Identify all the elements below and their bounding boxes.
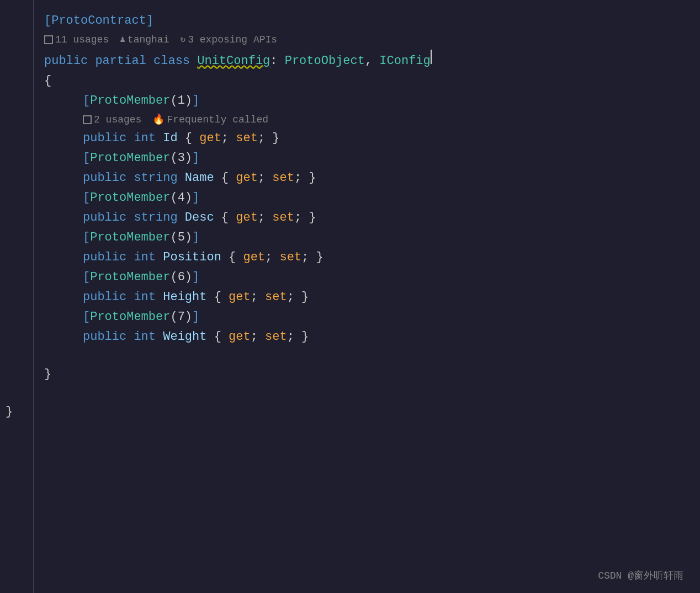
brace-open-1: { <box>185 130 199 147</box>
interface-name: IConfig <box>379 52 430 70</box>
type-string-3: string <box>134 169 184 187</box>
proto-member-6-bracket-close: ] <box>192 269 199 286</box>
prop-name-weight: Weight <box>163 328 214 346</box>
proto-member-5-args: (5) <box>170 229 192 247</box>
class-meta-line: 11 usages ♟ tanghai ↻ 3 exposing APIs <box>0 31 700 49</box>
proto-member-6-args: (6) <box>170 269 192 286</box>
set-kw-1: set <box>236 130 258 147</box>
inner-close-brace: } <box>44 366 51 383</box>
proto-member-1-bracket-close: ] <box>192 92 199 110</box>
fire-icon: 🔥 <box>152 112 165 127</box>
prop-name-desc: Desc <box>185 209 221 227</box>
usages-icon: 11 usages <box>44 32 109 47</box>
brace-open-7: { <box>214 328 229 346</box>
get-kw-4: get <box>236 209 258 227</box>
set-kw-3: set <box>272 169 294 187</box>
type-int-6: int <box>134 289 163 306</box>
parent-class: ProtoObject <box>285 52 365 70</box>
member-1-property: public int Id { get ; set ; } <box>0 129 700 148</box>
type-int-1: int <box>134 130 163 147</box>
proto-member-6-name: ProtoMember <box>90 269 170 286</box>
empty-line <box>0 347 700 365</box>
public-kw-7: public <box>83 328 134 346</box>
text-cursor <box>431 50 432 64</box>
proto-member-4-name: ProtoMember <box>90 189 170 207</box>
partial-keyword: partial <box>95 52 153 70</box>
proto-member-7-args: (7) <box>170 308 192 326</box>
member-3-property: public string Name { get ; set ; } <box>0 168 700 188</box>
proto-member-3-attr: [ ProtoMember (3) ] <box>0 148 700 168</box>
public-keyword: public <box>44 52 95 70</box>
member-5-property: public int Position { get ; set ; } <box>0 248 700 268</box>
outer-close-brace: } <box>6 403 13 421</box>
prop-name-position: Position <box>163 249 229 266</box>
proto-member-1-bracket-open: [ <box>83 92 90 110</box>
brace-open-3: { <box>221 169 236 187</box>
watermark: CSDN @窗外听轩雨 <box>598 569 683 582</box>
left-border <box>33 0 34 593</box>
semicolon-set-7: ; } <box>287 328 309 346</box>
member-6-property: public int Height { get ; set ; } <box>0 287 700 307</box>
proto-member-1-attr: [ ProtoMember (1) ] <box>0 91 700 111</box>
person-name: tanghai <box>128 32 169 47</box>
outer-close-brace-line: } <box>0 402 700 422</box>
prop-name-name: Name <box>185 169 221 187</box>
public-kw-4: public <box>83 209 134 227</box>
proto-member-7-bracket-close: ] <box>192 308 199 326</box>
semicolon-get-7: ; <box>251 328 265 346</box>
member-4-property: public string Desc { get ; set ; } <box>0 208 700 228</box>
proto-member-3-bracket-open: [ <box>83 149 90 167</box>
set-kw-6: set <box>265 289 287 306</box>
proto-member-4-attr: [ ProtoMember (4) ] <box>0 188 700 208</box>
proto-member-4-args: (4) <box>170 189 192 207</box>
person-icon-group: ♟ tanghai <box>120 32 169 47</box>
class-declaration-line: public partial class UnitConfig : ProtoO… <box>0 49 700 71</box>
class-name: UnitConfig <box>197 52 270 70</box>
brace-open-6: { <box>214 289 229 306</box>
usages-square-icon <box>44 35 53 44</box>
exposing-icon-group: ↻ 3 exposing APIs <box>180 32 277 47</box>
proto-member-3-args: (3) <box>170 149 192 167</box>
semicolon-set-1: ; } <box>258 130 280 147</box>
type-int-7: int <box>134 328 163 346</box>
empty-line-2 <box>0 384 700 402</box>
proto-member-5-attr: [ ProtoMember (5) ] <box>0 228 700 248</box>
semicolon-set-4: ; } <box>294 209 316 227</box>
semicolon-get-5: ; <box>265 249 279 266</box>
proto-member-7-bracket-open: [ <box>83 308 90 326</box>
proto-member-3-name: ProtoMember <box>90 149 170 167</box>
prop-name-height: Height <box>163 289 214 306</box>
member-5: [ ProtoMember (5) ] public int Position … <box>0 228 700 268</box>
class-keyword: class <box>153 52 197 70</box>
semicolon-set-6: ; } <box>287 289 309 306</box>
member-1-note-icon: 🔥 Frequently called <box>152 112 268 127</box>
semicolon-get-4: ; <box>258 209 272 227</box>
member-1: [ ProtoMember (1) ] 2 usages 🔥 Frequentl… <box>0 91 700 148</box>
proto-member-7-name: ProtoMember <box>90 308 170 326</box>
member-1-usages: 2 usages <box>94 112 141 127</box>
brace-open-4: { <box>221 209 236 227</box>
member-1-meta: 2 usages 🔥 Frequently called <box>0 111 700 129</box>
public-kw-5: public <box>83 249 134 266</box>
proto-member-1-args: (1) <box>170 92 192 110</box>
prop-name-id: Id <box>163 130 185 147</box>
proto-member-7-attr: [ ProtoMember (7) ] <box>0 307 700 327</box>
proto-member-3-bracket-close: ] <box>192 149 199 167</box>
proto-member-4-bracket-close: ] <box>192 189 199 207</box>
semicolon-get-1: ; <box>221 130 236 147</box>
type-int-5: int <box>134 249 163 266</box>
comma: , <box>365 52 379 70</box>
member-1-square-icon <box>83 115 92 124</box>
semicolon-get-3: ; <box>258 169 272 187</box>
public-kw-1: public <box>83 130 134 147</box>
outer-open-brace-line: { <box>0 71 700 91</box>
brace-open-5: { <box>229 249 243 266</box>
proto-member-6-attr: [ ProtoMember (6) ] <box>0 268 700 287</box>
outer-open-brace: { <box>44 72 51 90</box>
public-kw-6: public <box>83 289 134 306</box>
proto-contract-line: [ProtoContract] <box>0 11 700 31</box>
semicolon-set-3: ; } <box>294 169 316 187</box>
public-kw-3: public <box>83 169 134 187</box>
inner-close-brace-line: } <box>0 365 700 384</box>
member-7-property: public int Weight { get ; set ; } <box>0 327 700 347</box>
